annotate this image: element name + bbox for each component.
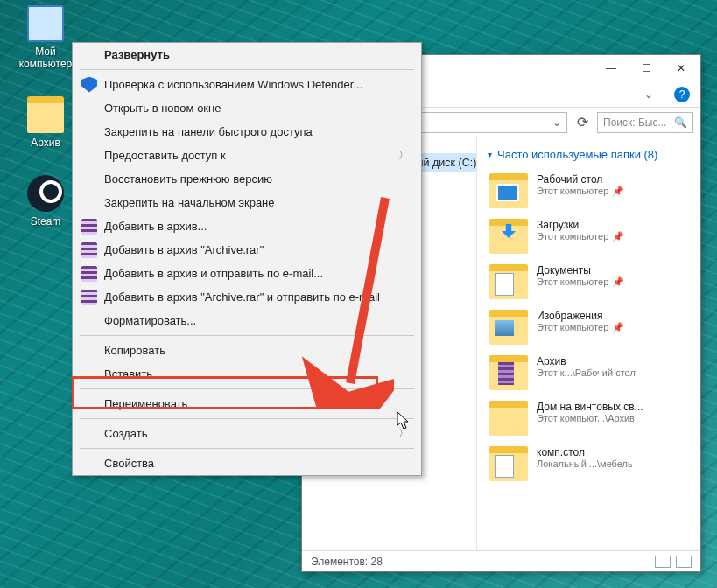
menu-item[interactable]: Добавить в архив "Archive.rar" bbox=[73, 238, 421, 262]
desktop-icon-label: Архив bbox=[11, 136, 81, 149]
menu-item[interactable]: Переименовать bbox=[73, 392, 421, 416]
pin-icon: 📌 bbox=[612, 186, 624, 196]
folder-item[interactable]: ДокументыЭтот компьютер📌 bbox=[482, 259, 695, 304]
minimize-button[interactable]: — bbox=[594, 56, 629, 80]
view-details-button[interactable] bbox=[655, 556, 671, 568]
folder-item[interactable]: ИзображенияЭтот компьютер📌 bbox=[482, 304, 695, 350]
folder-icon bbox=[489, 219, 528, 254]
folder-sub: Локальный ...\мебель bbox=[537, 458, 633, 469]
view-icons-button[interactable] bbox=[676, 556, 692, 568]
menu-separator bbox=[80, 69, 414, 70]
desktop-icon-label: Steam bbox=[11, 215, 81, 228]
menu-item-label: Свойства bbox=[104, 457, 154, 470]
folder-icon bbox=[489, 173, 528, 208]
menu-separator bbox=[80, 388, 414, 389]
menu-item-label: Закрепить на начальном экране bbox=[104, 196, 275, 209]
menu-item[interactable]: Добавить в архив и отправить по e-mail..… bbox=[73, 262, 421, 285]
archive-icon bbox=[81, 266, 97, 282]
content-pane[interactable]: ▾ Часто используемые папки (8) Рабочий с… bbox=[477, 137, 700, 550]
menu-separator bbox=[80, 335, 414, 336]
menu-item-label: Развернуть bbox=[104, 48, 170, 61]
maximize-button[interactable]: ☐ bbox=[629, 56, 664, 80]
menu-item[interactable]: Проверка с использованием Windows Defend… bbox=[73, 73, 421, 96]
folder-icon bbox=[27, 96, 64, 133]
menu-separator bbox=[80, 418, 414, 419]
menu-item[interactable]: Добавить в архив "Archive.rar" и отправи… bbox=[73, 285, 421, 309]
pin-icon: 📌 bbox=[612, 231, 624, 242]
menu-item-label: Вставить bbox=[104, 368, 152, 381]
folder-name: комп.стол bbox=[537, 446, 633, 458]
menu-item-label: Добавить в архив... bbox=[104, 220, 207, 233]
folder-icon bbox=[489, 264, 528, 299]
menu-item[interactable]: Вставить bbox=[73, 362, 421, 386]
ribbon-expand-icon[interactable]: ⌄ bbox=[644, 88, 653, 101]
folder-icon bbox=[489, 355, 528, 390]
folder-sub: Этот к...\Рабочий стол bbox=[537, 368, 636, 378]
folder-sub: Этот компьютер📌 bbox=[537, 186, 624, 197]
computer-icon bbox=[27, 5, 64, 42]
menu-item[interactable]: Развернуть bbox=[73, 43, 421, 66]
folder-name: Загрузки bbox=[537, 219, 624, 231]
desktop-icon-steam[interactable]: Steam bbox=[11, 175, 81, 228]
folder-item[interactable]: ЗагрузкиЭтот компьютер📌 bbox=[482, 214, 695, 259]
refresh-button[interactable]: ⟳ bbox=[573, 113, 592, 132]
folder-item[interactable]: Дом на винтовых св...Этот компьют...\Арх… bbox=[482, 396, 695, 441]
menu-item-label: Восстановить прежнюю версию bbox=[104, 172, 272, 186]
help-icon[interactable]: ? bbox=[674, 87, 690, 102]
folder-item[interactable]: Рабочий столЭтот компьютер📌 bbox=[482, 168, 695, 214]
menu-item[interactable]: Свойства bbox=[73, 452, 421, 475]
steam-icon bbox=[27, 175, 64, 212]
archive-icon bbox=[81, 219, 97, 234]
folder-sub: Этот компьютер📌 bbox=[537, 276, 624, 288]
menu-item-label: Открыть в новом окне bbox=[104, 102, 221, 115]
context-menu: РазвернутьПроверка с использованием Wind… bbox=[72, 42, 422, 476]
shield-icon bbox=[81, 77, 97, 93]
menu-item[interactable]: Создать〉 bbox=[73, 422, 421, 445]
menu-item[interactable]: Открыть в новом окне bbox=[73, 96, 421, 120]
status-text: Элементов: 28 bbox=[311, 556, 383, 568]
menu-item-label: Переименовать bbox=[104, 397, 187, 410]
desktop-icon-label: Мой компьютер bbox=[11, 46, 81, 70]
section-frequent-folders[interactable]: ▾ Часто используемые папки (8) bbox=[482, 146, 695, 168]
menu-item-label: Предоставить доступ к bbox=[104, 149, 226, 162]
chevron-down-icon[interactable]: ⌄ bbox=[552, 116, 561, 129]
folder-item[interactable]: комп.столЛокальный ...\мебель bbox=[482, 441, 695, 486]
menu-item-label: Добавить в архив и отправить по e-mail..… bbox=[104, 267, 323, 280]
folder-name: Документы bbox=[537, 264, 624, 276]
folder-sub: Этот компьютер📌 bbox=[537, 322, 624, 333]
pin-icon: 📌 bbox=[612, 322, 624, 332]
desktop-icon-my-computer[interactable]: Мой компьютер bbox=[11, 5, 81, 70]
menu-item[interactable]: Копировать bbox=[73, 339, 421, 362]
folder-sub: Этот компьютер📌 bbox=[537, 231, 624, 242]
menu-item-label: Закрепить на панели быстрого доступа bbox=[104, 125, 313, 138]
archive-icon bbox=[81, 290, 97, 305]
menu-item[interactable]: Восстановить прежнюю версию bbox=[73, 167, 421, 191]
menu-item[interactable]: Закрепить на панели быстрого доступа bbox=[73, 120, 421, 144]
menu-item-label: Проверка с использованием Windows Defend… bbox=[104, 78, 362, 91]
pin-icon: 📌 bbox=[612, 276, 624, 287]
search-input[interactable]: Поиск: Быс... 🔍 bbox=[597, 112, 693, 133]
folder-name: Дом на винтовых св... bbox=[537, 401, 643, 413]
folder-item[interactable]: АрхивЭтот к...\Рабочий стол bbox=[482, 350, 695, 396]
folder-icon bbox=[489, 310, 528, 345]
menu-item-label: Форматировать... bbox=[104, 314, 196, 327]
folder-name: Архив bbox=[537, 355, 636, 368]
folder-name: Рабочий стол bbox=[537, 173, 624, 186]
close-button[interactable]: ✕ bbox=[664, 56, 699, 80]
chevron-right-icon: 〉 bbox=[398, 148, 409, 163]
menu-item[interactable]: Форматировать... bbox=[73, 309, 421, 332]
folder-icon bbox=[489, 401, 528, 436]
menu-item[interactable]: Добавить в архив... bbox=[73, 214, 421, 238]
statusbar: Элементов: 28 bbox=[302, 550, 700, 571]
folder-icon bbox=[489, 446, 528, 481]
folder-sub: Этот компьют...\Архив bbox=[537, 413, 643, 424]
menu-separator bbox=[80, 448, 414, 449]
menu-item-label: Копировать bbox=[104, 344, 165, 357]
folder-name: Изображения bbox=[537, 310, 624, 322]
menu-item[interactable]: Предоставить доступ к〉 bbox=[73, 144, 421, 167]
desktop-icon-archive[interactable]: Архив bbox=[11, 96, 81, 149]
section-title: Часто используемые папки (8) bbox=[497, 148, 657, 161]
chevron-right-icon: 〉 bbox=[398, 426, 409, 441]
menu-item[interactable]: Закрепить на начальном экране bbox=[73, 191, 421, 214]
chevron-down-icon: ▾ bbox=[488, 150, 492, 159]
